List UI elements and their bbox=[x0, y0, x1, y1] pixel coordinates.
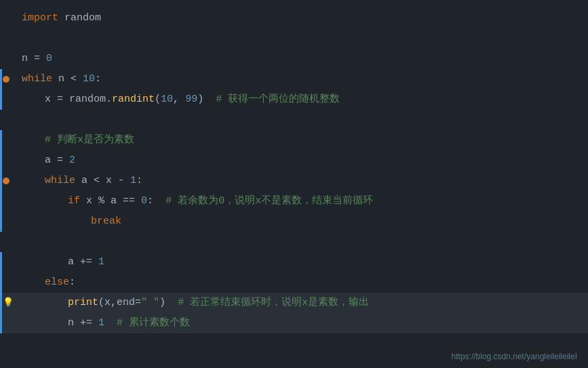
token-op: , bbox=[173, 94, 185, 105]
code-content: if x % a == 0: # 若余数为0，说明x不是素数，结束当前循环 bbox=[11, 191, 373, 211]
token-op: += bbox=[80, 317, 92, 329]
token-num: 1 bbox=[98, 317, 104, 329]
left-bar-indicator bbox=[0, 211, 2, 232]
token-comment: # 若正常结束循环时，说明x是素数，输出 bbox=[165, 297, 369, 308]
token-op: : bbox=[95, 73, 101, 85]
token-var: a bbox=[45, 155, 51, 166]
token-comment: # 获得一个两位的随机整数 bbox=[203, 94, 340, 105]
code-line: if x % a == 0: # 若余数为0，说明x不是素数，结束当前循环 bbox=[0, 191, 588, 211]
token-op: < bbox=[94, 175, 100, 186]
code-line: n = 0 bbox=[0, 49, 588, 69]
token-comment: # 累计素数个数 bbox=[104, 317, 190, 329]
token-var: end bbox=[117, 297, 135, 308]
code-line: else: bbox=[0, 272, 588, 293]
token-op: = bbox=[51, 94, 69, 105]
code-content: n = 0 bbox=[11, 49, 52, 69]
code-line: a += 1 bbox=[0, 252, 588, 272]
token-str: " " bbox=[141, 297, 159, 308]
code-line: while n < 10: bbox=[0, 69, 588, 89]
token-num: 1 bbox=[130, 175, 136, 186]
left-bar-indicator bbox=[0, 130, 2, 150]
token-var: x bbox=[100, 175, 118, 186]
token-num: 0 bbox=[141, 195, 147, 207]
token-kw: while bbox=[22, 73, 52, 85]
code-line: x = random.randint(10, 99) # 获得一个两位的随机整数 bbox=[0, 89, 588, 110]
token-var: n bbox=[68, 317, 80, 329]
code-line: n += 1 # 累计素数个数 bbox=[0, 313, 588, 333]
token-kw: while bbox=[45, 175, 75, 186]
token-var bbox=[77, 73, 83, 85]
breakpoint-dot bbox=[3, 76, 9, 83]
token-var bbox=[92, 317, 98, 329]
token-punc: ( bbox=[98, 297, 104, 308]
token-num: 10 bbox=[161, 94, 173, 105]
left-bar-indicator bbox=[0, 191, 2, 211]
code-content: a = 2 bbox=[11, 150, 75, 171]
left-bar-indicator bbox=[0, 272, 2, 293]
token-var: a bbox=[68, 256, 80, 268]
code-content: # 判断x是否为素数 bbox=[11, 130, 134, 150]
token-var bbox=[124, 175, 130, 186]
code-line bbox=[0, 232, 588, 252]
token-var: random bbox=[58, 12, 101, 24]
token-comment: # 若余数为0，说明x不是素数，结束当前循环 bbox=[153, 195, 373, 207]
token-num: 99 bbox=[185, 94, 197, 105]
code-content: break bbox=[11, 211, 121, 232]
token-op: . bbox=[106, 94, 112, 105]
token-module: random bbox=[69, 94, 106, 105]
code-line: 💡print(x,end=" ") # 若正常结束循环时，说明x是素数，输出 bbox=[0, 293, 588, 313]
left-bar-indicator bbox=[0, 252, 2, 272]
code-line: while a < x - 1: bbox=[0, 171, 588, 191]
breakpoint-dot bbox=[3, 178, 9, 184]
token-punc: ) bbox=[159, 297, 165, 308]
code-line bbox=[0, 28, 588, 49]
token-op: : bbox=[136, 175, 142, 186]
token-num: 0 bbox=[46, 53, 52, 64]
code-content: while n < 10: bbox=[11, 69, 101, 89]
token-var: a bbox=[104, 195, 123, 207]
token-punc: , bbox=[111, 297, 117, 308]
code-content: print(x,end=" ") # 若正常结束循环时，说明x是素数，输出 bbox=[11, 293, 369, 313]
token-num: 2 bbox=[69, 155, 75, 166]
token-fn-call: print bbox=[68, 297, 98, 308]
code-content: a += 1 bbox=[11, 252, 104, 272]
code-content: x = random.randint(10, 99) # 获得一个两位的随机整数 bbox=[11, 89, 340, 110]
token-num: 1 bbox=[98, 256, 104, 268]
token-fn-call: randint bbox=[112, 94, 155, 105]
token-var bbox=[135, 195, 141, 207]
code-line bbox=[0, 110, 588, 130]
token-kw: else bbox=[45, 277, 69, 288]
token-punc: ) bbox=[197, 94, 203, 105]
code-line: # 判断x是否为素数 bbox=[0, 130, 588, 150]
token-op: % bbox=[98, 195, 104, 207]
token-var: a bbox=[75, 175, 94, 186]
token-op: = bbox=[28, 53, 46, 64]
token-op: == bbox=[123, 195, 135, 207]
left-bar-indicator bbox=[0, 89, 2, 110]
watermark: https://blog.csdn.net/yangleileileileI bbox=[452, 352, 577, 361]
left-bar-indicator bbox=[0, 313, 2, 333]
bulb-icon: 💡 bbox=[3, 293, 14, 313]
token-comment: # 判断x是否为素数 bbox=[45, 134, 134, 146]
code-content: while a < x - 1: bbox=[11, 171, 142, 191]
token-var: n bbox=[22, 53, 28, 64]
left-bar-indicator bbox=[0, 171, 2, 191]
token-punc: ( bbox=[155, 94, 161, 105]
code-content: n += 1 # 累计素数个数 bbox=[11, 313, 190, 333]
token-op: < bbox=[71, 73, 77, 85]
token-var: x bbox=[45, 94, 51, 105]
token-op: : bbox=[147, 195, 153, 207]
code-line: a = 2 bbox=[0, 150, 588, 171]
token-op: : bbox=[69, 277, 75, 288]
token-var: x bbox=[80, 195, 98, 207]
token-op: - bbox=[118, 175, 124, 186]
token-kw: break bbox=[91, 216, 121, 227]
token-num: 10 bbox=[83, 73, 95, 85]
code-content: import random bbox=[11, 8, 101, 28]
token-var bbox=[92, 256, 98, 268]
code-line: import random bbox=[0, 8, 588, 28]
code-editor: import randomn = 0while n < 10:x = rando… bbox=[0, 0, 588, 342]
token-kw: if bbox=[68, 195, 80, 207]
token-var: n bbox=[52, 73, 71, 85]
left-bar-indicator bbox=[0, 293, 2, 313]
